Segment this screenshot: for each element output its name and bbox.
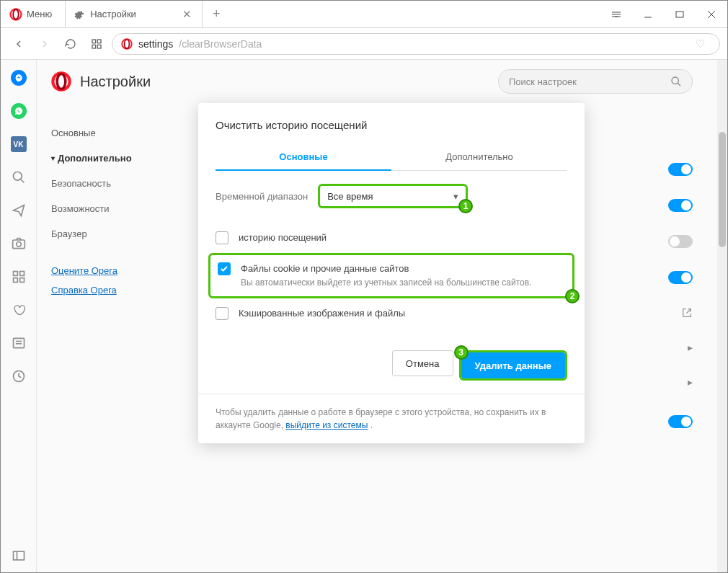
address-bar: settings/clearBrowserData ♡ [1,28,727,60]
search-icon [670,76,682,87]
svg-point-1 [13,9,19,19]
sidebar-toggle-icon[interactable] [11,548,27,564]
svg-point-13 [122,39,131,48]
side-rail: VK [1,60,37,572]
dialog-footer: Чтобы удалить данные о работе в браузере… [198,394,585,443]
annotation-badge-1: 1 [458,199,473,213]
gear-icon [74,9,84,19]
option-cookies-subtitle: Вы автоматически выйдете из учетных запи… [241,277,531,289]
annotation-badge-3: 3 [454,345,469,360]
svg-rect-12 [97,45,101,48]
vk-icon[interactable]: VK [11,136,27,152]
nav-browser[interactable]: Браузер [51,221,156,246]
nav-features[interactable]: Возможности [51,196,156,221]
clear-data-dialog: Очистить историю посещений Основные Допо… [198,103,585,443]
scrollbar[interactable] [717,60,727,572]
caret-down-icon: ▾ [453,191,458,202]
svg-point-0 [11,9,22,19]
nav-rate-link[interactable]: Оцените Opera [51,261,156,280]
svg-rect-21 [13,278,17,283]
nav-basic[interactable]: Основные [51,120,156,146]
svg-rect-10 [97,40,101,43]
tab-settings[interactable]: Настройки ✕ [66,1,203,27]
toggle[interactable] [668,415,693,428]
camera-icon[interactable] [11,236,27,252]
speed-dial-button[interactable] [86,33,107,55]
toggle[interactable] [668,163,693,176]
svg-rect-9 [92,40,96,43]
cancel-button[interactable]: Отмена [392,350,453,376]
svg-point-18 [16,242,21,247]
svg-point-31 [672,77,678,84]
dialog-title: Очистить историю посещений [198,103,585,144]
opera-logo-icon [51,71,71,92]
search-icon[interactable] [11,169,27,185]
reload-button[interactable] [60,33,81,55]
svg-rect-11 [92,45,96,48]
menu-button[interactable]: Меню [1,1,66,27]
chevron-right-icon[interactable]: ▸ [688,342,693,353]
opera-logo-icon [121,38,133,50]
nav-security[interactable]: Безопасность [51,171,156,196]
option-cookies-title: Файлы cookie и прочие данные сайтов [241,262,531,275]
nav-advanced[interactable]: ▾Дополнительно [51,146,156,171]
checkbox-cache[interactable] [216,307,228,320]
heart-nav-icon[interactable] [11,302,27,318]
forward-button[interactable] [34,33,56,55]
svg-rect-19 [13,272,17,276]
maximize-button[interactable] [664,1,696,28]
back-button[interactable] [8,33,30,55]
news-icon[interactable] [11,335,27,351]
new-tab-button[interactable]: + [203,6,230,22]
heart-icon[interactable]: ♡ [689,37,711,50]
send-icon[interactable] [11,203,27,218]
svg-point-14 [125,40,130,48]
time-range-select[interactable]: Все время ▾ 1 [318,184,468,208]
option-cache-label: Кэшированные изображения и файлы [239,307,405,320]
address-prefix: settings [138,38,173,50]
svg-rect-6 [676,12,683,17]
svg-line-32 [678,83,680,86]
option-history-label: историю посещений [239,231,327,244]
svg-point-15 [13,172,22,181]
address-suffix: /clearBrowserData [179,38,262,50]
toggle[interactable] [668,235,693,248]
range-label: Временной диапазон [216,191,308,202]
page-title: Настройки [80,74,151,90]
address-field[interactable]: settings/clearBrowserData ♡ [112,33,720,55]
nav-help-link[interactable]: Справка Opera [51,280,156,300]
settings-search-input[interactable]: Поиск настроек [498,69,693,94]
toggle[interactable] [668,199,693,212]
svg-line-16 [20,179,24,183]
range-value: Все время [327,191,373,202]
svg-point-29 [53,73,69,89]
titlebar: Меню Настройки ✕ + [1,1,727,28]
messenger-icon[interactable] [11,70,27,86]
settings-nav: Основные ▾Дополнительно Безопасность Воз… [51,103,156,444]
page-header: Настройки Поиск настроек [37,60,727,103]
close-window-button[interactable] [696,1,727,28]
svg-rect-27 [13,551,24,560]
chevron-down-icon: ▾ [51,154,55,162]
annotation-badge-2: 2 [565,289,580,303]
checkbox-history[interactable] [216,231,228,244]
minimize-button[interactable] [632,1,664,28]
menu-label: Меню [27,9,52,19]
panel-toggle-button[interactable] [600,1,632,28]
close-icon[interactable]: ✕ [181,6,193,22]
external-link-icon[interactable] [681,307,693,319]
whatsapp-icon[interactable] [11,103,27,119]
svg-point-30 [57,74,66,89]
sign-out-link[interactable]: выйдите из системы [285,420,368,430]
dialog-tab-advanced[interactable]: Дополнительно [391,144,567,170]
scrollbar-thumb[interactable] [719,132,726,247]
history-icon[interactable] [11,368,27,384]
confirm-delete-button[interactable]: Удалить данные [461,352,566,378]
dialog-tab-basic[interactable]: Основные [216,144,391,171]
chevron-right-icon[interactable]: ▸ [688,376,693,388]
search-placeholder: Поиск настроек [509,76,577,87]
apps-icon[interactable] [11,269,27,285]
toggle[interactable] [668,271,693,284]
svg-rect-20 [19,272,24,276]
checkbox-cookies[interactable] [218,262,231,275]
